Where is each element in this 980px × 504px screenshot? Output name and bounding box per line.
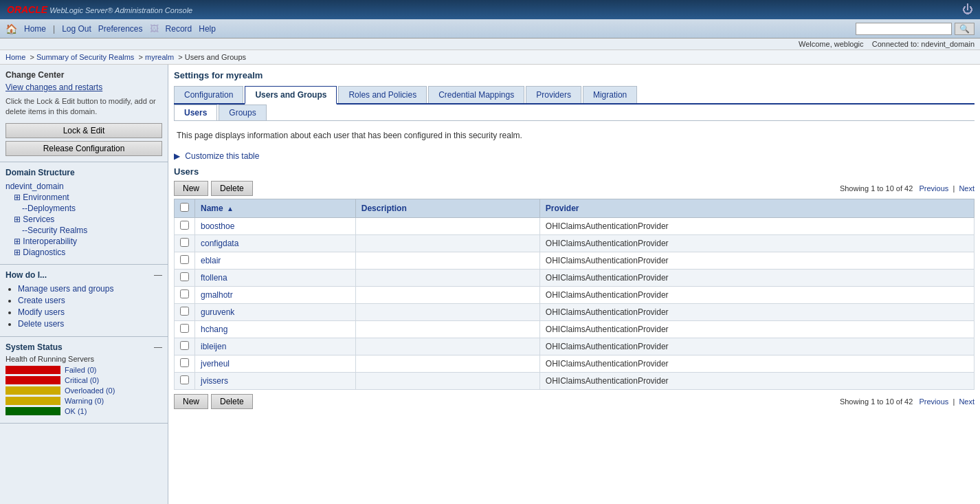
row-checkbox[interactable] bbox=[180, 272, 189, 281]
row-checkbox[interactable] bbox=[180, 324, 189, 333]
row-checkbox[interactable] bbox=[180, 375, 189, 384]
sidebar-item-diagnostics[interactable]: ⊞ Diagnostics bbox=[14, 248, 162, 257]
row-checkbox-cell bbox=[175, 321, 195, 338]
previous-link-bottom[interactable]: Previous bbox=[919, 397, 948, 406]
search-button[interactable]: 🔍 bbox=[955, 23, 975, 35]
breadcrumb-home[interactable]: Home bbox=[5, 53, 25, 61]
logout-link[interactable]: Log Out bbox=[62, 24, 91, 34]
user-name-link[interactable]: ibleijen bbox=[201, 342, 226, 351]
provider-column-header[interactable]: Provider bbox=[539, 199, 974, 218]
next-link-top[interactable]: Next bbox=[959, 184, 975, 193]
ok-link[interactable]: OK (1) bbox=[65, 407, 87, 415]
sidebar-item-deployments[interactable]: --Deployments bbox=[22, 204, 162, 213]
create-users-link[interactable]: Create users bbox=[18, 296, 65, 305]
sub-tab-users[interactable]: Users bbox=[174, 105, 217, 120]
user-name-link[interactable]: configdata bbox=[201, 239, 238, 248]
new-button-bottom[interactable]: New bbox=[174, 394, 208, 409]
row-checkbox[interactable] bbox=[180, 238, 189, 247]
new-button-top[interactable]: New bbox=[174, 181, 208, 196]
tab-credential-mappings[interactable]: Credential Mappings bbox=[428, 86, 524, 103]
description-cell bbox=[355, 304, 539, 321]
sidebar-item-services[interactable]: ⊞ Services bbox=[14, 215, 162, 224]
warning-link[interactable]: Warning (0) bbox=[65, 397, 104, 405]
sidebar-item-security-realms[interactable]: --Security Realms bbox=[22, 226, 162, 235]
tab-migration[interactable]: Migration bbox=[583, 86, 637, 103]
release-config-button[interactable]: Release Configuration bbox=[5, 141, 162, 156]
user-name-link[interactable]: eblair bbox=[201, 256, 221, 265]
main-layout: Change Center View changes and restarts … bbox=[0, 65, 980, 504]
breadcrumb-realm[interactable]: myrealm bbox=[145, 53, 174, 61]
row-checkbox[interactable] bbox=[180, 341, 189, 350]
home-icon: 🏠 bbox=[5, 23, 17, 34]
name-cell: jverheul bbox=[195, 355, 356, 373]
user-name-link[interactable]: gmalhotr bbox=[201, 290, 233, 300]
provider-cell: OHIClaimsAuthenticationProvider bbox=[539, 287, 974, 304]
critical-link[interactable]: Critical (0) bbox=[65, 376, 99, 384]
next-link-bottom[interactable]: Next bbox=[959, 397, 975, 406]
description-column-header[interactable]: Description bbox=[355, 199, 539, 218]
lock-edit-button[interactable]: Lock & Edit bbox=[5, 123, 162, 138]
tab-users-and-groups[interactable]: Users and Groups bbox=[245, 86, 337, 105]
row-checkbox[interactable] bbox=[180, 358, 189, 367]
power-icon[interactable]: ⏻ bbox=[962, 3, 973, 16]
sub-tab-groups[interactable]: Groups bbox=[219, 105, 266, 120]
name-cell: eblair bbox=[195, 252, 356, 270]
delete-button-top[interactable]: Delete bbox=[211, 181, 253, 196]
user-name-link[interactable]: guruvenk bbox=[201, 307, 234, 317]
row-checkbox[interactable] bbox=[180, 255, 189, 264]
user-name-link[interactable]: hchang bbox=[201, 325, 227, 334]
users-table: Name ▲ Description Provider boosthoe bbox=[174, 199, 975, 390]
provider-cell: OHIClaimsAuthenticationProvider bbox=[539, 252, 974, 270]
manage-users-groups-link[interactable]: Manage users and groups bbox=[18, 284, 113, 294]
sidebar: Change Center View changes and restarts … bbox=[0, 65, 168, 504]
provider-cell: OHIClaimsAuthenticationProvider bbox=[539, 321, 974, 338]
row-checkbox[interactable] bbox=[180, 307, 189, 316]
provider-cell: OHIClaimsAuthenticationProvider bbox=[539, 270, 974, 287]
home-link[interactable]: Home bbox=[24, 24, 46, 34]
view-changes-link[interactable]: View changes and restarts bbox=[5, 83, 162, 92]
delete-button-bottom[interactable]: Delete bbox=[211, 394, 253, 409]
how-do-i-collapse[interactable]: — bbox=[154, 270, 162, 280]
sidebar-item-environment[interactable]: ⊞ Environment bbox=[14, 193, 162, 202]
overloaded-link[interactable]: Overloaded (0) bbox=[65, 386, 115, 395]
overloaded-bar bbox=[5, 386, 60, 395]
sidebar-item-interoperability[interactable]: ⊞ Interoperability bbox=[14, 237, 162, 246]
table-row: ibleijen OHIClaimsAuthenticationProvider bbox=[175, 338, 975, 355]
row-checkbox-cell bbox=[175, 355, 195, 373]
record-link[interactable]: Record bbox=[166, 24, 192, 34]
tab-configuration[interactable]: Configuration bbox=[174, 86, 243, 103]
user-name-link[interactable]: jvissers bbox=[201, 376, 228, 386]
change-center-section: Change Center View changes and restarts … bbox=[0, 65, 168, 162]
domain-root-link[interactable]: ndevint_domain bbox=[5, 182, 162, 191]
how-do-i-title: How do I... bbox=[5, 270, 47, 280]
content-area: Settings for myrealm Configuration Users… bbox=[168, 65, 980, 504]
previous-link-top[interactable]: Previous bbox=[919, 184, 948, 193]
user-name-link[interactable]: ftollena bbox=[201, 273, 227, 283]
user-name-link[interactable]: boosthoe bbox=[201, 221, 234, 231]
table-row: jverheul OHIClaimsAuthenticationProvider bbox=[175, 355, 975, 373]
warning-bar bbox=[5, 397, 60, 405]
description-cell bbox=[355, 321, 539, 338]
select-all-checkbox[interactable] bbox=[180, 203, 189, 212]
modify-users-link[interactable]: Modify users bbox=[18, 307, 65, 317]
failed-link[interactable]: Failed (0) bbox=[65, 366, 96, 374]
user-name-link[interactable]: jverheul bbox=[201, 359, 230, 369]
system-status-collapse[interactable]: — bbox=[154, 342, 162, 352]
change-center-desc: Click the Lock & Edit button to modify, … bbox=[5, 96, 162, 118]
tab-providers[interactable]: Providers bbox=[526, 86, 581, 103]
showing-text-bottom: Showing 1 to 10 of 42 bbox=[840, 397, 913, 406]
nav-bar: 🏠 Home | Log Out Preferences 🖼 Record He… bbox=[0, 19, 980, 39]
system-status-section: System Status — Health of Running Server… bbox=[0, 337, 168, 424]
customize-link[interactable]: Customize this table bbox=[185, 151, 259, 161]
row-checkbox[interactable] bbox=[180, 221, 189, 230]
delete-users-link[interactable]: Delete users bbox=[18, 319, 64, 329]
search-input[interactable] bbox=[856, 23, 952, 35]
name-column-header[interactable]: Name ▲ bbox=[195, 199, 356, 218]
app-header: ORACLE WebLogic Server® Administration C… bbox=[0, 0, 980, 19]
description-cell bbox=[355, 252, 539, 270]
tab-roles-and-policies[interactable]: Roles and Policies bbox=[338, 86, 427, 103]
row-checkbox[interactable] bbox=[180, 289, 189, 298]
preferences-link[interactable]: Preferences bbox=[98, 24, 143, 34]
breadcrumb-summary[interactable]: Summary of Security Realms bbox=[36, 53, 134, 61]
help-link[interactable]: Help bbox=[199, 24, 216, 34]
